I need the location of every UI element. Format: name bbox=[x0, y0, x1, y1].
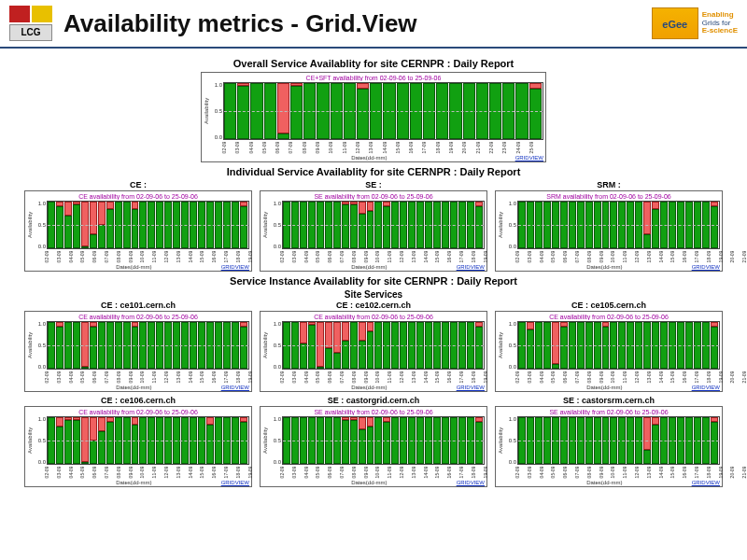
bar bbox=[206, 322, 215, 369]
chart-inner-title: SRM availability from 02-09-06 to 25-09-… bbox=[498, 193, 720, 200]
bar bbox=[367, 322, 375, 369]
bar bbox=[627, 417, 635, 464]
bar bbox=[237, 83, 250, 139]
bar bbox=[463, 83, 476, 139]
x-axis-label-row: Dates(dd-mm)GRIDVIEW bbox=[282, 480, 485, 485]
bar bbox=[64, 322, 73, 369]
chart-box: CE availability from 02-09-06 to 25-09-0… bbox=[260, 311, 487, 392]
gridview-link[interactable]: GRIDVIEW bbox=[221, 480, 249, 485]
bar bbox=[357, 83, 370, 139]
bar bbox=[198, 417, 206, 464]
chart-inner-title: CE availability from 02-09-06 to 25-09-0… bbox=[27, 193, 249, 200]
plot-area bbox=[517, 416, 720, 465]
chart-se: SE :SE availability from 02-09-06 to 25-… bbox=[260, 180, 487, 272]
chart-ce101: CE : ce101.cern.chCE availability from 0… bbox=[24, 301, 252, 392]
bar bbox=[635, 417, 643, 464]
y-axis-label: Availability bbox=[27, 321, 35, 370]
bar bbox=[585, 202, 594, 248]
gridview-link[interactable]: GRIDVIEW bbox=[515, 155, 543, 161]
bar bbox=[240, 202, 248, 248]
y-axis-label: Availability bbox=[262, 416, 270, 465]
bar bbox=[560, 322, 569, 369]
gridview-link[interactable]: GRIDVIEW bbox=[692, 264, 720, 270]
bar bbox=[374, 322, 383, 369]
bar bbox=[594, 417, 602, 464]
bar bbox=[618, 417, 627, 464]
bar bbox=[206, 417, 215, 464]
chart-box: SE availability from 02-09-06 to 25-09-0… bbox=[260, 190, 487, 272]
bar bbox=[450, 202, 458, 248]
bar bbox=[173, 417, 181, 464]
bar bbox=[476, 83, 489, 139]
bar bbox=[173, 322, 181, 369]
bar bbox=[115, 417, 123, 464]
bar bbox=[535, 322, 543, 369]
gridview-link[interactable]: GRIDVIEW bbox=[457, 385, 485, 390]
bar bbox=[367, 202, 375, 248]
bar bbox=[223, 322, 232, 369]
plot-area bbox=[282, 201, 485, 249]
x-axis-ticks: 02-0903-0904-0905-0906-0907-0908-0909-09… bbox=[517, 465, 720, 480]
bar bbox=[569, 202, 577, 248]
bar bbox=[173, 202, 181, 248]
x-axis-label: Dates(dd-mm) bbox=[47, 385, 221, 390]
bar bbox=[677, 417, 685, 464]
gridview-link[interactable]: GRIDVIEW bbox=[221, 264, 249, 270]
bar bbox=[206, 202, 215, 248]
egee-logo: eGee Enabling Grids for E-sciencE bbox=[652, 7, 738, 39]
bar bbox=[635, 202, 643, 248]
bar bbox=[139, 417, 148, 464]
bar bbox=[139, 202, 148, 248]
chart-se-srm: SE : castorsrm.cern.chSE availability fr… bbox=[495, 396, 723, 487]
gridview-link[interactable]: GRIDVIEW bbox=[692, 385, 720, 390]
bar bbox=[433, 202, 442, 248]
bar bbox=[291, 417, 300, 464]
bar bbox=[416, 322, 425, 369]
bar bbox=[308, 202, 317, 248]
bar bbox=[156, 322, 164, 369]
bar bbox=[660, 202, 669, 248]
bar bbox=[450, 322, 458, 369]
chart-inner-title: CE availability from 02-09-06 to 25-09-0… bbox=[498, 314, 720, 320]
bar bbox=[56, 322, 64, 369]
x-axis-label-row: Dates(dd-mm)GRIDVIEW bbox=[282, 385, 485, 390]
egee-logo-tagline: Enabling Grids for E-sciencE bbox=[702, 11, 738, 35]
bar bbox=[627, 202, 635, 248]
bar bbox=[527, 202, 535, 248]
gridview-link[interactable]: GRIDVIEW bbox=[221, 385, 249, 390]
bar bbox=[442, 322, 450, 369]
section2-title: Individual Service Availablity for site … bbox=[9, 166, 738, 177]
bar bbox=[290, 83, 303, 139]
bar bbox=[694, 417, 702, 464]
bar bbox=[291, 322, 300, 369]
x-axis-label-row: Dates(dd-mm)GRIDVIEW bbox=[282, 264, 485, 270]
x-axis-label: Dates(dd-mm) bbox=[47, 264, 221, 270]
bar bbox=[223, 202, 232, 248]
chart-ce102: CE : ce102.cern.chCE availability from 0… bbox=[260, 301, 487, 392]
bar bbox=[416, 202, 425, 248]
x-axis-label: Dates(dd-mm) bbox=[223, 155, 515, 161]
gridview-link[interactable]: GRIDVIEW bbox=[457, 264, 485, 270]
y-axis-ticks: 1.00.50.0 bbox=[270, 416, 282, 465]
x-axis-label: Dates(dd-mm) bbox=[517, 480, 692, 485]
bar bbox=[56, 417, 64, 464]
chart-label: SE : bbox=[365, 180, 382, 189]
bar bbox=[64, 417, 73, 464]
bar bbox=[317, 417, 325, 464]
bar bbox=[552, 202, 560, 248]
bar bbox=[48, 202, 56, 248]
y-axis-ticks: 1.00.50.0 bbox=[270, 321, 282, 370]
chart-label: CE : ce106.cern.ch bbox=[101, 396, 176, 405]
y-axis-ticks: 1.00.50.0 bbox=[270, 201, 282, 249]
gridview-link[interactable]: GRIDVIEW bbox=[692, 480, 720, 485]
bar bbox=[433, 322, 442, 369]
bar bbox=[383, 83, 396, 139]
bar bbox=[560, 417, 569, 464]
bar bbox=[702, 322, 711, 369]
bar bbox=[303, 83, 317, 139]
bar bbox=[711, 202, 719, 248]
gridview-link[interactable]: GRIDVIEW bbox=[457, 480, 485, 485]
bar bbox=[300, 322, 308, 369]
y-axis-ticks: 1.00.50.0 bbox=[35, 416, 47, 465]
y-axis-label: Availability bbox=[498, 201, 505, 249]
